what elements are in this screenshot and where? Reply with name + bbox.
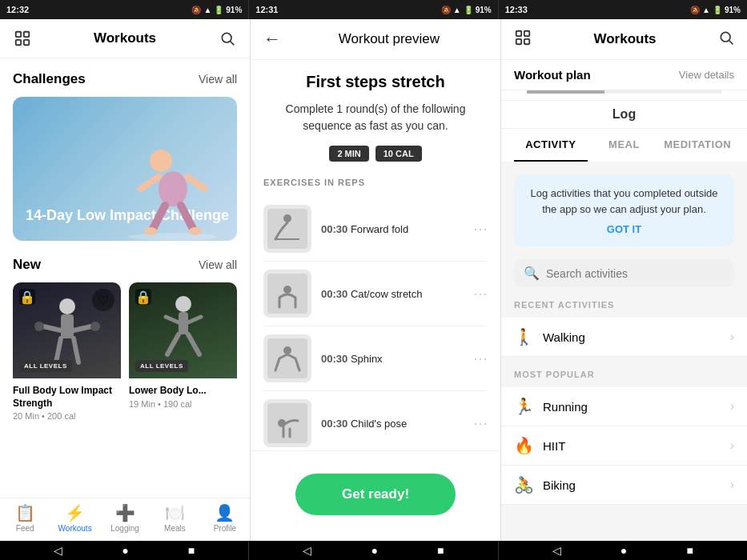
logging-icon: ➕ [115,503,135,522]
workout-name-1: Full Body Low Impact Strength [13,385,121,410]
exercises-label: EXERCISES IN REPS [263,178,488,187]
screen-workout-preview: ← Workout preview First steps stretch Co… [251,19,501,541]
popular-label: MOST POPULAR [514,370,734,379]
sys-recent-3[interactable]: ■ [686,544,693,557]
sys-back-1[interactable]: ◁ [54,544,62,557]
challenges-view-all[interactable]: View all [199,73,237,86]
profile-label: Profile [214,524,236,533]
sys-home-3[interactable]: ● [620,544,627,557]
hiit-label: HIIT [543,439,730,453]
new-title: New [13,257,41,273]
meals-icon: 🍽️ [165,503,185,522]
sys-back-2[interactable]: ◁ [303,544,311,557]
workout-card-2[interactable]: 🔒 ALL LEVELS Lower Body Lo... 19 Min • 1… [129,282,237,424]
exercise-more-2[interactable]: ⋯ [473,285,488,302]
recent-label: RECENT ACTIVITIES [514,300,734,310]
nav-workouts[interactable]: ⚡ Workouts [50,503,99,533]
meals-label: Meals [164,524,186,533]
status-bar-2: 12:31 🔕 ▲ 🔋 91% [249,0,498,19]
exercise-more-4[interactable]: ⋯ [473,414,488,432]
nav-bar-preview: ← Workout preview [251,19,500,60]
challenges-title: Challenges [13,71,86,87]
nav-feed[interactable]: 📋 Feed [0,503,50,533]
activity-walking[interactable]: 🚶 Walking › [501,318,747,357]
svg-point-23 [175,296,191,312]
progress-bar-container [527,90,721,94]
workout-meta-1: 20 Min • 200 cal [13,411,121,421]
svg-rect-43 [516,31,521,36]
workout-plan-bar: Workout plan View details [501,60,747,90]
svg-line-48 [729,41,733,45]
nav-logging[interactable]: ➕ Logging [100,503,150,533]
workout-name-2: Lower Body Lo... [129,385,237,398]
heart-badge-1[interactable]: ♡ [92,289,114,311]
sys-home-2[interactable]: ● [371,544,378,557]
activity-hiit[interactable]: 🔥 HIIT › [501,426,747,466]
svg-rect-3 [24,40,29,45]
svg-rect-0 [16,32,21,37]
level-badge-2: ALL LEVELS [135,360,188,372]
exercise-more-1[interactable]: ⋯ [473,220,488,238]
progress-container [501,90,747,101]
search-activities-input[interactable] [546,267,725,280]
got-it-button[interactable]: GOT IT [527,223,721,235]
biking-label: Biking [543,478,730,492]
sys-home-1[interactable]: ● [122,544,128,557]
hiit-arrow: › [730,438,734,453]
back-button[interactable]: ← [263,29,281,50]
activity-biking[interactable]: 🚴 Biking › [501,466,747,505]
feed-icon: 📋 [15,503,35,522]
svg-point-30 [283,214,291,222]
view-details-link[interactable]: View details [679,69,734,81]
lock-badge-2: 🔒 [135,289,151,305]
preview-workout-desc: Complete 1 round(s) of the following seq… [263,101,488,134]
svg-point-14 [189,227,202,235]
walking-label: Walking [543,330,730,344]
nav-profile[interactable]: 👤 Profile [200,503,250,533]
svg-point-6 [129,233,217,241]
exercise-item-1: 00:30 Forward fold ⋯ [263,197,488,262]
sys-back-3[interactable]: ◁ [552,544,561,557]
walking-icon: 🚶 [514,327,533,346]
get-ready-button[interactable]: Get ready! [295,474,456,515]
svg-line-17 [43,326,61,330]
svg-line-22 [74,338,78,362]
tab-meditation[interactable]: MEDITATION [661,129,734,162]
sys-recent-1[interactable]: ■ [188,544,195,557]
walking-arrow: › [730,330,734,344]
workouts-search-icon[interactable] [218,29,237,48]
tab-meal[interactable]: MEAL [588,129,661,162]
biking-arrow: › [730,478,734,492]
new-section: New View all [13,257,237,424]
status-bar-1: 12:32 🔕 ▲ 🔋 91% [0,0,249,19]
log-home-icon[interactable] [514,29,532,50]
workout-cards: 🔒 ♡ ALL LEVELS Full Body Low Impact Stre… [13,282,237,424]
exercise-more-3[interactable]: ⋯ [473,350,488,367]
log-search-icon[interactable] [718,30,734,49]
recent-activities-section: RECENT ACTIVITIES 🚶 Walking › [514,300,734,357]
new-header: New View all [13,257,237,273]
tab-activity[interactable]: ACTIVITY [514,129,588,162]
info-card-text: Log activities that you completed outsid… [527,186,721,217]
status-icons-2: 🔕 ▲ 🔋 91% [441,6,492,14]
activity-running[interactable]: 🏃 Running › [501,387,747,426]
exercise-thumb-2 [263,270,311,318]
svg-point-15 [59,298,75,314]
search-icon: 🔍 [524,266,540,281]
log-content: Log activities that you completed outsid… [501,162,747,541]
exercise-item-3: 00:30 Sphinx ⋯ [263,326,488,391]
svg-point-7 [150,150,172,172]
svg-point-19 [34,322,44,331]
time-3: 12:33 [505,5,528,14]
running-label: Running [543,400,730,414]
search-bar[interactable]: 🔍 [514,259,734,287]
nav-meals[interactable]: 🍽️ Meals [150,503,199,533]
log-tabs: ACTIVITY MEAL MEDITATION [501,129,747,162]
sys-recent-2[interactable]: ■ [437,544,444,557]
preview-workout-title: First steps stretch [263,73,488,91]
workouts-home-icon[interactable] [13,29,32,48]
running-arrow: › [730,399,734,414]
challenge-card[interactable]: 14-Day Low Impact Challenge [13,97,237,241]
new-view-all[interactable]: View all [199,258,237,271]
workout-card-1[interactable]: 🔒 ♡ ALL LEVELS Full Body Low Impact Stre… [13,282,121,424]
